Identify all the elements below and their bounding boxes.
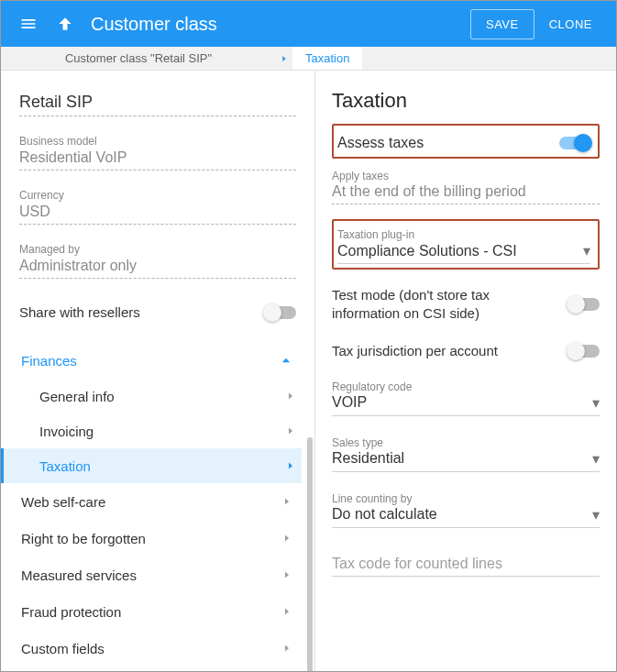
- section-heading: Taxation: [332, 89, 600, 113]
- assess-taxes-highlight: Assess taxes: [332, 124, 600, 159]
- chevron-right-icon: [281, 496, 292, 507]
- chevron-right-icon: [285, 460, 296, 471]
- caret-down-icon: ▾: [592, 394, 600, 412]
- line-counting-select[interactable]: Do not calculate ▾: [332, 506, 600, 528]
- business-model-field: Business model Residential VoIP: [19, 135, 296, 171]
- left-panel: Retail SIP Business model Residential Vo…: [1, 71, 314, 671]
- clone-button[interactable]: CLONE: [534, 10, 607, 39]
- chevron-right-icon: [281, 533, 292, 544]
- nav-taxation[interactable]: Taxation: [1, 448, 302, 483]
- class-name-value: Retail SIP: [19, 93, 296, 112]
- share-with-resellers-row: Share with resellers: [19, 304, 296, 320]
- nav-invoicing[interactable]: Invoicing: [19, 413, 296, 448]
- managed-by-field: Managed by Administrator only: [19, 243, 296, 279]
- test-mode-toggle[interactable]: [568, 298, 600, 311]
- breadcrumb-parent[interactable]: Customer class "Retail SIP": [1, 47, 276, 70]
- caret-down-icon: ▾: [592, 450, 600, 468]
- assess-taxes-toggle[interactable]: [559, 137, 590, 149]
- scrollbar-thumb[interactable]: [307, 437, 313, 671]
- breadcrumb-current: Taxation: [292, 47, 362, 70]
- menu-button[interactable]: [10, 6, 47, 42]
- regulatory-code-field: Regulatory code VOIP ▾: [332, 377, 600, 418]
- assess-taxes-label: Assess taxes: [337, 135, 424, 151]
- caret-down-icon: ▾: [592, 506, 600, 523]
- tax-jurisdiction-toggle[interactable]: [568, 345, 600, 358]
- nav-finances[interactable]: Finances: [19, 342, 296, 379]
- chevron-up-icon: [280, 354, 292, 367]
- apply-taxes-field: Apply taxes At the end of the billing pe…: [332, 166, 600, 206]
- test-mode-row: Test mode (don't store tax information o…: [332, 281, 600, 329]
- class-name-field: Retail SIP: [19, 93, 296, 116]
- chevron-right-icon: [281, 569, 292, 580]
- taxation-plugin-select[interactable]: Compliance Solutions - CSI ▾: [337, 242, 590, 264]
- tax-code-field[interactable]: Tax code for counted lines: [332, 552, 600, 578]
- line-counting-field: Line counting by Do not calculate ▾: [332, 489, 600, 530]
- back-button[interactable]: [47, 6, 83, 42]
- nav-general-info[interactable]: General info: [19, 379, 296, 413]
- share-with-resellers-label: Share with resellers: [19, 304, 140, 320]
- chevron-right-icon: [281, 606, 292, 617]
- right-panel: Taxation Assess taxes Apply taxes At the…: [315, 71, 616, 671]
- nav-fraud-protection[interactable]: Fraud protection: [19, 593, 296, 630]
- regulatory-code-select[interactable]: VOIP ▾: [332, 394, 600, 416]
- hamburger-icon: [19, 15, 38, 33]
- sales-type-select[interactable]: Residential ▾: [332, 450, 600, 472]
- nav-right-to-be-forgotten[interactable]: Right to be forgotten: [19, 520, 296, 556]
- nav-measured-services[interactable]: Measured services: [19, 556, 296, 593]
- currency-field: Currency USD: [19, 189, 296, 225]
- chevron-right-icon: [281, 643, 292, 654]
- chevron-right-icon: [285, 391, 296, 402]
- tax-jurisdiction-row: Tax jurisdiction per account: [332, 336, 600, 366]
- taxation-plugin-highlight: Taxation plug-in Compliance Solutions - …: [332, 219, 600, 270]
- chevron-right-icon: [285, 425, 296, 436]
- nav-custom-fields[interactable]: Custom fields: [19, 630, 296, 666]
- share-with-resellers-toggle[interactable]: [265, 306, 296, 319]
- arrow-up-icon: [56, 15, 74, 33]
- breadcrumb: Customer class "Retail SIP" Taxation: [1, 47, 616, 71]
- caret-down-icon: ▾: [583, 242, 590, 259]
- nav-web-self-care[interactable]: Web self-care: [19, 483, 296, 520]
- page-title: Customer class: [91, 14, 217, 35]
- app-bar: Customer class SAVE CLONE: [1, 1, 616, 47]
- sales-type-field: Sales type Residential ▾: [332, 433, 600, 474]
- chevron-right-icon: [276, 47, 292, 70]
- save-button[interactable]: SAVE: [470, 9, 534, 39]
